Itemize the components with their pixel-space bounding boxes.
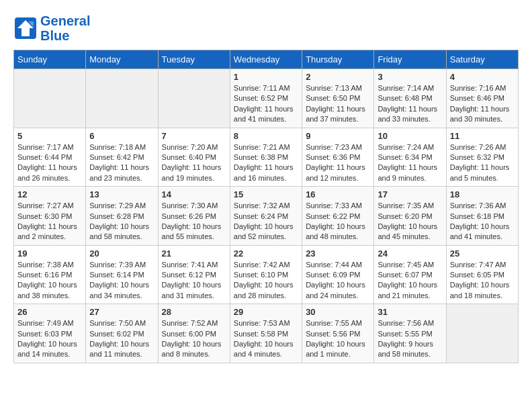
day-info-line: and 18 minutes. (450, 291, 502, 300)
day-info-line: and 21 minutes. (378, 291, 430, 300)
day-info-line: Sunset: 6:00 PM (162, 330, 216, 338)
calendar-cell: 17Sunrise: 7:35 AMSunset: 6:20 PMDayligh… (374, 187, 446, 246)
day-info-line: and 52 minutes. (234, 232, 286, 240)
day-info: Sunrise: 7:20 AMSunset: 6:40 PMDaylight:… (162, 142, 226, 184)
day-info-line: and 58 minutes. (378, 350, 430, 358)
day-info: Sunrise: 7:33 AMSunset: 6:22 PMDaylight:… (306, 201, 370, 242)
logo-blue: Blue (40, 28, 90, 43)
day-info: Sunrise: 7:42 AMSunset: 6:10 PMDaylight:… (234, 260, 298, 302)
day-info-line: and 26 minutes. (17, 174, 70, 182)
day-info-line: Sunrise: 7:20 AM (162, 143, 218, 151)
day-number: 27 (89, 307, 154, 317)
day-info-line: Sunset: 5:55 PM (378, 330, 432, 338)
calendar-cell: 25Sunrise: 7:47 AMSunset: 6:05 PMDayligh… (446, 245, 518, 304)
calendar-cell: 3Sunrise: 7:14 AMSunset: 6:48 PMDaylight… (374, 69, 446, 128)
day-number: 22 (234, 248, 298, 259)
day-number: 4 (450, 72, 515, 82)
day-info-line: and 31 minutes. (162, 291, 214, 300)
day-info-line: Daylight: 11 hours (306, 105, 365, 113)
day-info-line: Daylight: 11 hours (234, 105, 294, 113)
day-info-line: Sunrise: 7:56 AM (378, 319, 434, 327)
day-number: 28 (162, 307, 226, 317)
calendar-cell (86, 69, 158, 128)
calendar-cell: 18Sunrise: 7:36 AMSunset: 6:18 PMDayligh… (446, 187, 518, 246)
day-of-week-header: Monday (86, 50, 158, 69)
day-info-line: Daylight: 11 hours (378, 163, 437, 171)
day-info-line: Sunrise: 7:36 AM (450, 201, 506, 210)
day-info-line: and 28 minutes. (234, 291, 286, 300)
day-info: Sunrise: 7:55 AMSunset: 5:56 PMDaylight:… (306, 318, 370, 360)
day-info-line: Sunrise: 7:13 AM (306, 84, 362, 92)
calendar-cell: 30Sunrise: 7:55 AMSunset: 5:56 PMDayligh… (302, 304, 374, 363)
day-info-line: Sunrise: 7:39 AM (89, 261, 146, 269)
calendar-cell: 22Sunrise: 7:42 AMSunset: 6:10 PMDayligh… (230, 245, 302, 304)
day-info-line: and 14 minutes. (17, 350, 70, 358)
day-info-line: Sunrise: 7:30 AM (162, 201, 218, 210)
day-info-line: Sunset: 6:30 PM (17, 212, 72, 220)
logo-general: General (40, 13, 90, 28)
day-number: 20 (89, 248, 154, 259)
calendar-cell: 4Sunrise: 7:16 AMSunset: 6:46 PMDaylight… (446, 69, 518, 128)
day-info: Sunrise: 7:36 AMSunset: 6:18 PMDaylight:… (450, 201, 515, 242)
day-number: 9 (306, 131, 370, 141)
day-info-line: Daylight: 10 hours (89, 281, 149, 289)
day-number: 6 (89, 131, 154, 141)
day-number: 10 (378, 131, 442, 141)
logo: General Blue (13, 13, 90, 43)
day-info-line: Sunset: 6:24 PM (234, 212, 288, 220)
day-info: Sunrise: 7:53 AMSunset: 5:58 PMDaylight:… (234, 318, 298, 360)
calendar-cell (446, 304, 518, 363)
day-number: 15 (234, 189, 298, 199)
day-number: 13 (89, 189, 154, 199)
day-info-line: Sunset: 6:36 PM (306, 153, 360, 161)
day-info-line: Daylight: 10 hours (378, 222, 437, 230)
day-info-line: and 4 minutes. (234, 350, 282, 358)
day-info-line: Sunset: 6:40 PM (162, 153, 216, 161)
day-info-line: and 58 minutes. (89, 232, 142, 240)
day-info-line: Sunset: 6:20 PM (378, 212, 432, 220)
day-number: 29 (234, 307, 298, 317)
calendar-week-row: 12Sunrise: 7:27 AMSunset: 6:30 PMDayligh… (14, 187, 519, 246)
day-info-line: Sunrise: 7:14 AM (378, 84, 434, 92)
day-info: Sunrise: 7:49 AMSunset: 6:03 PMDaylight:… (17, 318, 82, 360)
day-info-line: and 34 minutes. (89, 291, 142, 300)
calendar-cell (14, 69, 86, 128)
day-info-line: and 37 minutes. (306, 115, 358, 123)
calendar-week-row: 26Sunrise: 7:49 AMSunset: 6:03 PMDayligh… (14, 304, 519, 363)
calendar-week-row: 1Sunrise: 7:11 AMSunset: 6:52 PMDaylight… (14, 69, 519, 128)
day-info-line: and 1 minute. (306, 350, 351, 358)
day-info-line: Sunrise: 7:49 AM (17, 319, 74, 327)
day-info-line: Sunrise: 7:41 AM (162, 261, 218, 269)
day-info: Sunrise: 7:13 AMSunset: 6:50 PMDaylight:… (306, 83, 370, 125)
calendar-cell: 19Sunrise: 7:38 AMSunset: 6:16 PMDayligh… (14, 245, 86, 304)
day-info-line: Daylight: 10 hours (17, 281, 77, 289)
day-number: 23 (306, 248, 370, 259)
calendar-cell: 5Sunrise: 7:17 AMSunset: 6:44 PMDaylight… (14, 128, 86, 187)
day-info-line: Sunrise: 7:26 AM (450, 143, 506, 151)
day-info: Sunrise: 7:23 AMSunset: 6:36 PMDaylight:… (306, 142, 370, 184)
day-info-line: and 19 minutes. (162, 174, 214, 182)
day-info: Sunrise: 7:24 AMSunset: 6:34 PMDaylight:… (378, 142, 442, 184)
day-info-line: and 9 minutes. (378, 174, 426, 182)
day-number: 1 (234, 72, 298, 82)
day-info-line: Sunset: 5:56 PM (306, 330, 360, 338)
day-number: 24 (378, 248, 442, 259)
day-info-line: Sunrise: 7:27 AM (17, 201, 74, 210)
day-info-line: Daylight: 11 hours (378, 105, 437, 113)
day-number: 11 (450, 131, 515, 141)
day-info-line: Daylight: 10 hours (89, 222, 149, 230)
day-info-line: Sunset: 6:07 PM (378, 271, 432, 279)
calendar-cell: 7Sunrise: 7:20 AMSunset: 6:40 PMDaylight… (158, 128, 230, 187)
day-number: 8 (234, 131, 298, 141)
day-info-line: Sunset: 6:02 PM (89, 330, 144, 338)
calendar-cell: 15Sunrise: 7:32 AMSunset: 6:24 PMDayligh… (230, 187, 302, 246)
day-info-line: Daylight: 10 hours (378, 281, 437, 289)
day-info-line: Daylight: 11 hours (17, 163, 77, 171)
day-info: Sunrise: 7:21 AMSunset: 6:38 PMDaylight:… (234, 142, 298, 184)
day-info-line: Sunset: 6:12 PM (162, 271, 216, 279)
day-number: 30 (306, 307, 370, 317)
calendar-cell: 8Sunrise: 7:21 AMSunset: 6:38 PMDaylight… (230, 128, 302, 187)
day-number: 5 (17, 131, 82, 141)
calendar-cell: 16Sunrise: 7:33 AMSunset: 6:22 PMDayligh… (302, 187, 374, 246)
day-number: 31 (378, 307, 442, 317)
